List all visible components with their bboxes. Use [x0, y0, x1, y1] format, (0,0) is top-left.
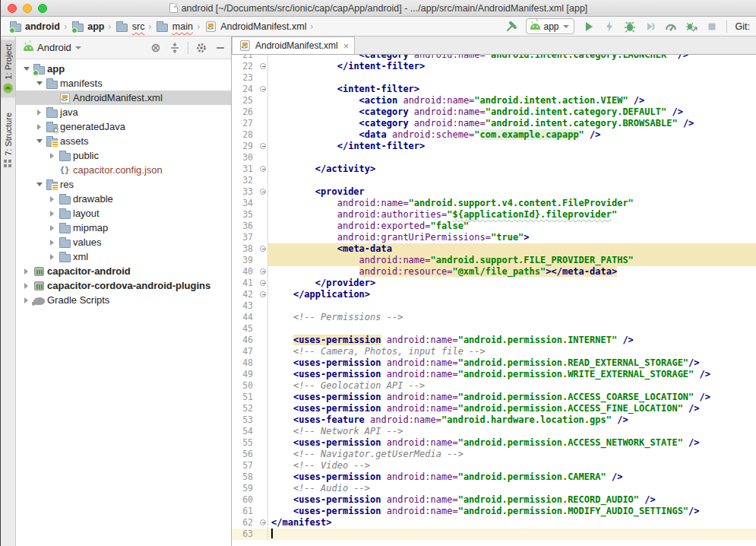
line-number[interactable]: 43	[232, 300, 253, 312]
tree-item-generatedjava[interactable]: generatedJava	[16, 119, 231, 134]
line-number[interactable]: 31	[232, 163, 253, 175]
close-icon[interactable]: ×	[343, 41, 350, 51]
code-line[interactable]: 42 </application>	[232, 289, 756, 300]
line-number[interactable]: 60	[232, 494, 253, 506]
locate-icon[interactable]	[150, 42, 162, 54]
line-number[interactable]: 34	[232, 198, 253, 209]
line-number[interactable]: 40	[232, 266, 253, 278]
code-line[interactable]: 29 </intent-filter>	[232, 141, 756, 152]
chevron-collapsed-icon[interactable]	[46, 196, 58, 202]
apply-changes-icon[interactable]	[603, 21, 615, 33]
line-number[interactable]: 41	[232, 278, 253, 289]
tree-item-layout[interactable]: layout	[16, 206, 231, 221]
breadcrumb-item-app[interactable]: app	[71, 21, 104, 32]
line-number[interactable]: 33	[232, 186, 253, 198]
code-line[interactable]: 48 <uses-permission android:name="androi…	[232, 357, 756, 369]
tree-item-java[interactable]: java	[16, 105, 231, 119]
code-line[interactable]: 46 <uses-permission android:name="androi…	[232, 335, 756, 346]
tree-item-capacitor-config-json[interactable]: {}capacitor.config.json	[16, 163, 231, 177]
line-number[interactable]: 61	[232, 506, 253, 517]
tree-item-capacitor-android[interactable]: capacitor-android	[16, 264, 231, 278]
code-line[interactable]: 54 <!-- Network API -->	[232, 426, 756, 437]
code-line[interactable]: 50 <!-- Geolocation API -->	[232, 380, 756, 392]
tree-item-manifests[interactable]: manifests	[16, 76, 231, 90]
code-line[interactable]: 28 <data android:scheme="com.example.cap…	[232, 129, 756, 141]
fold-marker-icon[interactable]	[260, 246, 266, 252]
git-label[interactable]: Git:	[735, 21, 750, 32]
chevron-collapsed-icon[interactable]	[46, 211, 58, 217]
breadcrumb-item-main[interactable]: main	[156, 21, 193, 32]
line-number[interactable]: 45	[232, 323, 253, 335]
collapse-all-icon[interactable]	[169, 42, 181, 54]
tree-item-xml[interactable]: xml	[16, 249, 231, 264]
line-number[interactable]: 23	[232, 72, 253, 84]
line-number[interactable]: 21	[232, 55, 253, 61]
chevron-expanded-icon[interactable]	[21, 67, 32, 71]
code-line[interactable]: 40 android:resource="@xml/file_paths"></…	[232, 266, 756, 278]
settings-gear-icon[interactable]	[195, 42, 207, 54]
code-line[interactable]: 59 <!-- Audio -->	[232, 483, 756, 494]
line-number[interactable]: 28	[232, 129, 253, 141]
hide-panel-icon[interactable]	[214, 42, 226, 54]
line-number[interactable]: 55	[232, 437, 253, 449]
tree-item-app[interactable]: app	[16, 62, 231, 76]
code-line[interactable]: 35 android:authorities="${applicationId}…	[232, 209, 756, 221]
fold-marker-icon[interactable]	[260, 280, 266, 286]
line-number[interactable]: 54	[232, 426, 253, 437]
tool-stripe-tab-structure[interactable]: 7: Structure	[1, 108, 15, 172]
breadcrumb-item-src[interactable]: src	[115, 21, 145, 32]
code-line[interactable]: 24 <intent-filter>	[232, 84, 756, 95]
fold-marker-icon[interactable]	[260, 268, 266, 275]
line-number[interactable]: 37	[232, 232, 253, 243]
fold-marker-icon[interactable]	[260, 189, 266, 195]
line-number[interactable]: 42	[232, 289, 253, 300]
line-number[interactable]: 22	[232, 61, 253, 72]
chevron-expanded-icon[interactable]	[33, 183, 45, 186]
tree-item-assets[interactable]: assets	[16, 134, 231, 148]
tree-item-gradle-scripts[interactable]: Gradle Scripts	[16, 293, 231, 307]
code-line[interactable]: 25 <action android:name="android.intent.…	[232, 95, 756, 106]
line-number[interactable]: 38	[232, 243, 253, 255]
code-line[interactable]: 23	[232, 72, 756, 84]
code-line[interactable]: 41 </provider>	[232, 278, 756, 289]
chevron-collapsed-icon[interactable]	[46, 225, 58, 231]
line-number[interactable]: 63	[232, 529, 253, 540]
line-number[interactable]: 24	[232, 84, 253, 95]
project-view-selector[interactable]: Android	[37, 42, 71, 53]
line-number[interactable]: 25	[232, 95, 253, 106]
line-number[interactable]: 47	[232, 346, 253, 357]
code-line[interactable]: 31 </activity>	[232, 163, 756, 175]
chevron-collapsed-icon[interactable]	[46, 254, 58, 260]
chevron-collapsed-icon[interactable]	[46, 153, 58, 159]
chevron-expanded-icon[interactable]	[33, 139, 45, 143]
close-window-button[interactable]	[8, 4, 17, 13]
line-number[interactable]: 49	[232, 369, 253, 380]
run-configuration-selector[interactable]: app	[526, 18, 574, 34]
line-number[interactable]: 52	[232, 403, 253, 414]
chevron-collapsed-icon[interactable]	[46, 240, 58, 246]
tree-item-androidmanifest-xml[interactable]: AndroidManifest.xml	[16, 90, 231, 105]
line-number[interactable]: 46	[232, 335, 253, 346]
line-number[interactable]: 51	[232, 392, 253, 403]
chevron-collapsed-icon[interactable]	[33, 110, 45, 116]
code-line[interactable]: 62</manifest>	[232, 517, 756, 529]
code-line[interactable]: 58 <uses-permission android:name="androi…	[232, 471, 756, 483]
line-number[interactable]: 50	[232, 380, 253, 392]
chevron-collapsed-icon[interactable]	[21, 283, 32, 289]
fold-marker-icon[interactable]	[260, 63, 266, 69]
line-number[interactable]: 26	[232, 106, 253, 118]
tree-item-res[interactable]: res	[16, 177, 231, 192]
fold-marker-icon[interactable]	[260, 86, 266, 92]
profiler-icon[interactable]	[665, 21, 677, 33]
code-line[interactable]: 63	[232, 529, 756, 540]
code-line[interactable]: 53 <uses-feature android:name="android.h…	[232, 414, 756, 426]
build-hammer-icon[interactable]	[505, 21, 517, 33]
run-icon[interactable]	[583, 21, 595, 33]
code-line[interactable]: 44 <!-- Permissions -->	[232, 312, 756, 323]
code-line[interactable]: 60 <uses-permission android:name="androi…	[232, 494, 756, 506]
code-line[interactable]: 57 <!-- Video -->	[232, 460, 756, 471]
code-line[interactable]: 32	[232, 175, 756, 186]
code-line[interactable]: 61 <uses-permission android:name="androi…	[232, 506, 756, 517]
tool-stripe-tab-project[interactable]: 1: Project	[1, 40, 15, 97]
chevron-expanded-icon[interactable]	[33, 81, 45, 85]
